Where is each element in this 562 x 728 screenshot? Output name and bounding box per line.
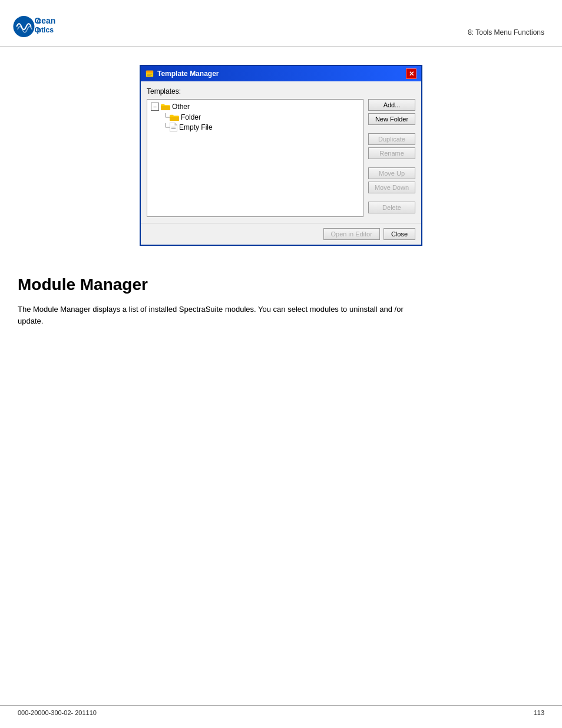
tree-label-emptyfile: Empty File bbox=[179, 123, 213, 131]
tree-label-folder: Folder bbox=[181, 113, 201, 121]
dialog-close-button[interactable]: ✕ bbox=[406, 68, 416, 79]
dialog-body: Templates: – Other bbox=[141, 81, 421, 223]
page-content: Template Manager ✕ Templates: – bbox=[0, 47, 562, 338]
svg-text:O: O bbox=[34, 16, 41, 25]
template-icon bbox=[146, 70, 154, 78]
dialog-main: – Other bbox=[147, 99, 415, 217]
svg-point-0 bbox=[13, 16, 34, 37]
svg-text:O: O bbox=[34, 26, 40, 34]
tree-label-other: Other bbox=[172, 103, 190, 111]
logo: cean O ptics O bbox=[12, 11, 65, 43]
dialog-footer: Open in Editor Close bbox=[141, 223, 421, 245]
section-label: 8: Tools Menu Functions bbox=[468, 11, 544, 37]
tree-branch-emptyfile bbox=[161, 123, 170, 131]
template-manager-dialog: Template Manager ✕ Templates: – bbox=[140, 65, 422, 246]
folder-icon-folder bbox=[170, 114, 179, 121]
tree-item-other[interactable]: – Other bbox=[150, 102, 361, 111]
dialog-titlebar: Template Manager ✕ bbox=[141, 66, 421, 81]
page-header: cean O ptics O 8: Tools Menu Functions bbox=[0, 0, 562, 47]
close-button[interactable]: Close bbox=[384, 228, 415, 240]
svg-rect-6 bbox=[146, 71, 153, 73]
delete-button[interactable]: Delete bbox=[368, 202, 415, 213]
footer-page-number: 113 bbox=[534, 709, 544, 716]
dialog-titlebar-left: Template Manager bbox=[146, 70, 219, 78]
tree-panel: – Other bbox=[147, 99, 363, 217]
section-body: The Module Manager displays a list of in… bbox=[18, 304, 418, 327]
tree-branch-folder bbox=[161, 113, 170, 121]
buttons-panel: Add... New Folder Duplicate Rename Move … bbox=[368, 99, 415, 217]
module-manager-section: Module Manager The Module Manager displa… bbox=[18, 275, 544, 327]
footer-doc-number: 000-20000-300-02- 201110 bbox=[18, 709, 97, 716]
folder-icon-other bbox=[161, 103, 170, 111]
tree-item-folder[interactable]: Folder bbox=[160, 113, 361, 122]
add-button[interactable]: Add... bbox=[368, 99, 415, 111]
tree-toggle-other[interactable]: – bbox=[151, 103, 159, 111]
file-icon-emptyfile bbox=[170, 123, 177, 131]
logo-area: cean O ptics O bbox=[12, 11, 65, 43]
new-folder-button[interactable]: New Folder bbox=[368, 113, 415, 125]
page-footer: 000-20000-300-02- 201110 113 bbox=[0, 705, 562, 716]
rename-button[interactable]: Rename bbox=[368, 147, 415, 159]
move-up-button[interactable]: Move Up bbox=[368, 167, 415, 179]
dialog-wrapper: Template Manager ✕ Templates: – bbox=[18, 59, 544, 252]
tree-item-emptyfile[interactable]: Empty File bbox=[160, 122, 361, 132]
open-in-editor-button[interactable]: Open in Editor bbox=[323, 228, 380, 240]
duplicate-button[interactable]: Duplicate bbox=[368, 133, 415, 145]
move-down-button[interactable]: Move Down bbox=[368, 182, 415, 193]
dialog-title: Template Manager bbox=[157, 70, 219, 78]
section-title: Module Manager bbox=[18, 275, 544, 294]
templates-label: Templates: bbox=[147, 87, 415, 95]
